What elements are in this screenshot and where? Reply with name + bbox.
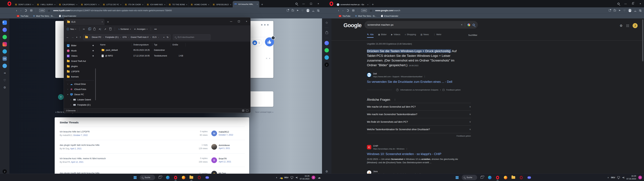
sidebar-item-videos[interactable]: ▶Videos	[66, 53, 96, 58]
share-button[interactable]: ↗	[104, 28, 106, 30]
thread-user[interactable]: BrianTR	[219, 157, 231, 160]
minimize-button[interactable]: —	[622, 0, 629, 7]
thread-title[interactable]: Ich brauche hilfe bei LCPDFR	[60, 130, 188, 133]
telegram-icon[interactable]	[324, 55, 329, 60]
thread-user-avatar[interactable]	[211, 144, 217, 150]
clock[interactable]: 16:2907.03.2023	[626, 175, 636, 180]
easy-setup-icon[interactable]	[639, 10, 641, 12]
active-tab[interactable]: FRIch brauche Hilfe,×	[233, 1, 259, 7]
breadcrumb-item[interactable]: Dieser PC	[92, 36, 101, 38]
column-date[interactable]: Änderungsdatum	[132, 43, 152, 46]
start-button[interactable]	[454, 174, 460, 181]
collapse-chevron-icon[interactable]: ▾	[67, 94, 68, 95]
result-source[interactable]: DELL Dell https://www.dell.com › Support…	[367, 72, 471, 78]
thread-user-avatar[interactable]: M	[211, 130, 217, 136]
rename-button[interactable]: A	[99, 28, 101, 30]
new-tab-button[interactable]: +	[370, 2, 376, 7]
browser-tab[interactable]: GICH WAR NOCH N×	[145, 2, 167, 7]
snapshot-icon[interactable]	[292, 10, 294, 12]
speed-dial-icon[interactable]	[2, 20, 7, 25]
profile-avatar[interactable]	[306, 9, 310, 12]
explorer-search-input[interactable]: ELS durchsuchen	[173, 34, 210, 40]
quote-options-icon[interactable]: ✕ ▾	[266, 57, 271, 60]
task-view-button[interactable]	[157, 174, 163, 181]
tab-close-icon[interactable]: ×	[142, 3, 144, 6]
browser-tab[interactable]: GBOYS DONT CRY×	[79, 2, 101, 7]
maximize-button[interactable]	[307, 0, 314, 7]
suchfilter-link[interactable]: Suchfilter	[468, 34, 477, 36]
instagram-icon[interactable]	[2, 42, 7, 46]
like-count-pill[interactable]: 1	[251, 40, 262, 46]
thread-user[interactable]: Mr Dog	[219, 172, 226, 174]
pinboard-icon[interactable]	[287, 10, 289, 12]
browser-tab[interactable]: GLITTLE DO YOU K×	[101, 2, 123, 7]
sidebar-item-bilder[interactable]: Bilder	[66, 43, 96, 48]
explorer-recent-button[interactable]: ▾	[76, 36, 77, 38]
tab-close-icon[interactable]: ×	[367, 3, 368, 6]
opera-gx-taskbar-icon[interactable]	[196, 174, 202, 181]
browser-tab[interactable]: GCALIFORNIA DRE×	[57, 2, 79, 7]
opera-menu-button[interactable]	[6, 0, 13, 7]
thread-row[interactable]: das plugin lspdfr lädt nicht brauche hil…	[59, 140, 245, 153]
clear-search-icon[interactable]: ×	[461, 23, 462, 26]
active-tab[interactable]: Gscreenshot machen pc - Go×	[335, 2, 370, 7]
tab-close-icon[interactable]: ×	[208, 3, 209, 6]
explorer-tab[interactable]: ELS ×	[66, 19, 104, 25]
forward-button[interactable]: ›	[342, 9, 344, 12]
breadcrumb-item[interactable]: Grand Theft Auto V	[131, 36, 148, 38]
tab-tiles-button[interactable]	[30, 10, 32, 12]
sidebar-item-gta-folder[interactable]: Grand Theft Aut	[66, 58, 96, 64]
tab-search-icon[interactable]	[615, 0, 622, 7]
settings-gear-icon[interactable]: ⚙	[2, 85, 7, 90]
new-tab-button[interactable]: +	[259, 2, 265, 7]
messenger-icon[interactable]	[2, 28, 7, 32]
hidden-icons-button[interactable]: ∧	[608, 176, 609, 179]
refresh-icon[interactable]: ↻	[167, 36, 169, 38]
firefox-taskbar-icon[interactable]	[502, 174, 509, 181]
browser-tab[interactable]: GI WILL SURVIVE C×	[35, 2, 57, 7]
explorer-forward-button[interactable]: →	[71, 36, 74, 39]
opera-menu-button[interactable]	[328, 0, 335, 7]
browser-tab[interactable]: GITS OK CHORDS (×	[123, 2, 145, 7]
edge-taskbar-icon[interactable]	[164, 174, 171, 181]
details-view-icon[interactable]	[242, 110, 244, 112]
reload-button[interactable]	[347, 10, 349, 12]
profile-avatar[interactable]	[628, 9, 632, 12]
whatsapp-icon[interactable]	[324, 48, 329, 52]
bookmark-modthesims[interactable]: ❄Mod The Sims - Si...	[355, 15, 376, 17]
edge-taskbar-icon[interactable]	[486, 174, 493, 181]
next-unread-link[interactable]: Next unread topic »	[255, 111, 273, 113]
sort-button[interactable]: ↑↓Sortieren▾	[118, 28, 131, 30]
bookmark-heart-icon[interactable]: ♡	[301, 9, 304, 12]
shopping-corner-icon[interactable]	[324, 31, 329, 35]
browser-tab[interactable]: GTO THE BONE CH×	[167, 2, 189, 7]
snippet-info-link[interactable]: Informationen zu hervorgehobenen Snippet…	[400, 89, 438, 91]
tab-shopping[interactable]: ⬨Shopping	[405, 33, 416, 38]
opera-taskbar-icon[interactable]	[172, 174, 179, 181]
notification-badge[interactable]: 3	[312, 176, 315, 179]
address-dropdown-icon[interactable]: ▾	[164, 36, 164, 38]
thread-row[interactable]: Ich brauche hilfe bei LCPDFR By maba0612…	[59, 126, 245, 140]
flow-send-icon[interactable]	[297, 10, 299, 11]
tab-videos[interactable]: ▶Videos	[391, 33, 400, 38]
explorer-title-bar[interactable]: ELS × + — ×	[64, 18, 250, 25]
sidebar-item-festplatte-d[interactable]: ›Festplatte (D:)	[66, 102, 96, 108]
language-indicator[interactable]: DEU	[284, 176, 288, 178]
close-button[interactable]: ×	[314, 0, 322, 7]
breadcrumb-item[interactable]: GTA	[122, 36, 127, 38]
paste-button[interactable]	[94, 28, 96, 30]
tab-close-icon[interactable]: ×	[164, 3, 165, 6]
sidebar-item-lspdfr[interactable]: LSPDFR	[66, 69, 96, 74]
notification-badge[interactable]: 3	[638, 176, 642, 179]
bookmark-youtube[interactable]: YouTube	[17, 15, 28, 17]
result-link-chip[interactable]: Windows 10: Screenshot erstellen - so kl…	[367, 152, 471, 156]
related-question[interactable]: Wie mache ich einen Screenshot auf dem P…	[367, 103, 471, 110]
opera-gx-taskbar-icon[interactable]	[518, 174, 524, 181]
expand-chevron-icon[interactable]: ›	[70, 99, 72, 100]
bookmarks-icon[interactable]: ♡	[2, 78, 7, 82]
close-button[interactable]: ×	[636, 0, 644, 7]
file-row[interactable]: @ INFO 17.12.2016 16:05 Textdokument 1 K…	[96, 53, 250, 59]
result-link-dell[interactable]: So verwenden Sie die Drucktaste zum Erst…	[367, 80, 471, 84]
task-view-button[interactable]	[479, 174, 485, 181]
thread-user-avatar[interactable]: ★	[211, 171, 217, 174]
